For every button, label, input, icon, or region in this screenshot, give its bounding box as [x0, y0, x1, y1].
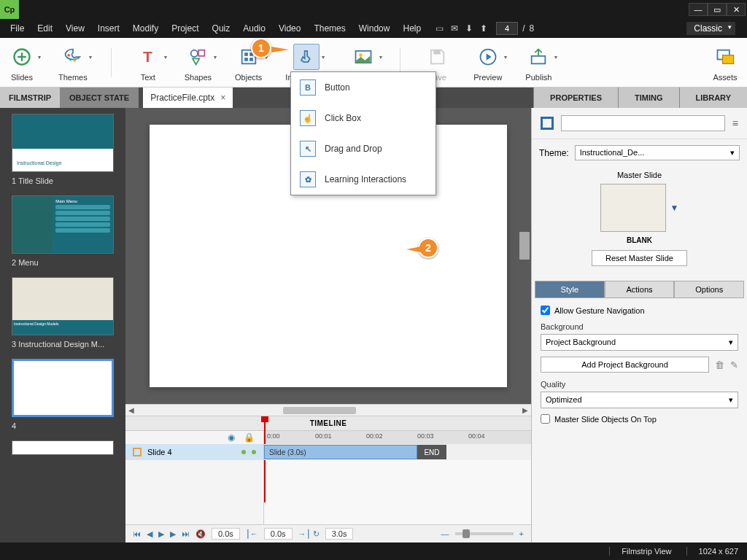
- zoom-out-icon[interactable]: —: [441, 529, 449, 538]
- subtab-actions[interactable]: Actions: [605, 281, 675, 298]
- quality-dropdown[interactable]: Optimized▾: [541, 392, 738, 408]
- gesture-nav-label: Allow Gesture Navigation: [554, 306, 645, 315]
- upload-icon[interactable]: ⬆: [480, 23, 487, 34]
- menu-help[interactable]: Help: [397, 20, 427, 36]
- file-tab[interactable]: PracticeFile.cptx ×: [143, 88, 233, 108]
- mail-icon[interactable]: ✉: [451, 23, 458, 34]
- scrollbar-vertical[interactable]: [519, 232, 530, 260]
- menu-modify[interactable]: Modify: [127, 20, 164, 36]
- ribbon-preview[interactable]: Preview: [473, 44, 502, 82]
- slide-thumb-3[interactable]: Instructional Design Models 3 Instructio…: [4, 277, 121, 349]
- slide-label: 1 Title Slide: [4, 176, 121, 185]
- tab-filmstrip[interactable]: FILMSTRIP: [0, 88, 61, 108]
- menu-window[interactable]: Window: [353, 20, 396, 36]
- slide-thumb-4[interactable]: 4: [4, 359, 121, 430]
- menu-themes[interactable]: Themes: [308, 20, 351, 36]
- ribbon-assets[interactable]: Assets: [712, 44, 738, 82]
- page-current-input[interactable]: [496, 22, 518, 35]
- lock-icon[interactable]: 🔒: [244, 432, 255, 443]
- timeline-track-name[interactable]: Slide 4: [125, 444, 264, 460]
- timeline-last-icon[interactable]: ⏭: [182, 529, 190, 538]
- track-color-icon: [133, 448, 142, 456]
- timeline-time-1: 0.0s: [212, 528, 240, 540]
- timeline-first-icon[interactable]: ⏮: [133, 529, 141, 538]
- tab-timing[interactable]: TIMING: [618, 88, 679, 108]
- ribbon-publish-label: Publish: [525, 73, 551, 82]
- status-view: Filmstrip View: [609, 547, 671, 556]
- panel-menu-icon[interactable]: ≡: [732, 117, 738, 129]
- playhead[interactable]: [264, 418, 266, 502]
- svg-text:T: T: [143, 48, 152, 65]
- interactions-clickbox[interactable]: ☝ Click Box: [291, 103, 436, 133]
- edit-icon[interactable]: ✎: [730, 359, 738, 370]
- window-maximize[interactable]: ▭: [708, 3, 727, 16]
- ribbon-shapes[interactable]: Shapes: [185, 44, 212, 82]
- menu-quiz[interactable]: Quiz: [206, 20, 236, 36]
- background-dropdown[interactable]: Project Background▾: [541, 334, 738, 351]
- timeline-end: END: [417, 445, 446, 459]
- delete-icon[interactable]: 🗑: [715, 359, 724, 370]
- menu-view[interactable]: View: [60, 20, 90, 36]
- ribbon-slides[interactable]: Slides: [9, 44, 35, 82]
- slide-thumb-1[interactable]: Instructional Design 1 Title Slide: [4, 114, 121, 185]
- theme-dropdown[interactable]: Instructional_De...▾: [575, 145, 740, 160]
- timeline-next-icon[interactable]: ▶: [170, 529, 176, 539]
- zoom-slider[interactable]: [462, 529, 470, 538]
- gesture-nav-checkbox[interactable]: [541, 306, 550, 315]
- timeline-sep2-icon: →⎮ ↻: [298, 529, 320, 539]
- subtab-style[interactable]: Style: [535, 281, 605, 298]
- object-name-input[interactable]: [561, 115, 725, 131]
- slide-thumb-5[interactable]: [4, 440, 121, 455]
- svg-rect-22: [723, 55, 734, 63]
- menu-edit[interactable]: Edit: [31, 20, 58, 36]
- menu-project[interactable]: Project: [166, 20, 204, 36]
- ribbon-publish[interactable]: Publish: [525, 44, 551, 82]
- scrollbar-horizontal[interactable]: ◀ ▶: [125, 404, 531, 416]
- workspace-dropdown[interactable]: Classic: [686, 22, 735, 35]
- scroll-right-arrow[interactable]: ▶: [519, 406, 531, 414]
- tab-properties[interactable]: PROPERTIES: [533, 88, 618, 108]
- ribbon-assets-label: Assets: [713, 73, 737, 82]
- interactions-dragdrop[interactable]: ↖ Drag and Drop: [291, 133, 436, 164]
- filmstrip-panel: Instructional Design 1 Title Slide Main …: [0, 108, 125, 542]
- ribbon-text[interactable]: T Text: [135, 44, 161, 82]
- svg-point-7: [191, 50, 198, 56]
- reset-master-button[interactable]: Reset Master Slide: [592, 250, 687, 266]
- timeline-clip[interactable]: Slide (3.0s): [264, 445, 417, 459]
- file-close-icon[interactable]: ×: [220, 93, 225, 103]
- window-close[interactable]: ✕: [727, 3, 746, 16]
- master-slide-preview[interactable]: [600, 184, 666, 232]
- svg-point-4: [69, 58, 72, 61]
- timeline-play-icon[interactable]: ▶: [158, 529, 164, 539]
- timeline-ruler[interactable]: 0:00 00:01 00:02 00:03 00:04: [264, 431, 531, 444]
- master-on-top-label: Master Slide Objects On Top: [554, 415, 657, 424]
- subtab-options[interactable]: Options: [674, 281, 744, 298]
- interactions-learning[interactable]: ✿ Learning Interactions: [291, 164, 436, 195]
- tab-object-state[interactable]: OBJECT STATE: [61, 88, 139, 108]
- zoom-in-icon[interactable]: +: [519, 529, 524, 538]
- menu-video[interactable]: Video: [273, 20, 306, 36]
- timeline-prev-icon[interactable]: ◀: [147, 529, 152, 539]
- notification-icon[interactable]: ▭: [436, 23, 444, 34]
- button-icon: B: [300, 79, 316, 96]
- add-background-button[interactable]: Add Project Background: [541, 357, 709, 373]
- timeline-audio-icon[interactable]: 🔇: [196, 529, 206, 539]
- menu-insert[interactable]: Insert: [92, 20, 125, 36]
- ribbon-shapes-label: Shapes: [185, 73, 212, 82]
- menu-file[interactable]: File: [4, 20, 30, 36]
- slide-thumb-2[interactable]: Main Menu 2 Menu: [4, 195, 121, 267]
- svg-point-16: [359, 53, 363, 57]
- ribbon-themes[interactable]: Themes: [58, 44, 88, 82]
- window-minimize[interactable]: —: [689, 3, 708, 16]
- interactions-button[interactable]: B Button: [291, 72, 436, 103]
- master-on-top-checkbox[interactable]: [541, 414, 550, 424]
- master-slide-arrow-icon[interactable]: ▼: [670, 203, 679, 213]
- background-label: Background: [541, 322, 738, 331]
- menu-audio[interactable]: Audio: [237, 20, 271, 36]
- scroll-left-arrow[interactable]: ◀: [125, 406, 137, 414]
- visibility-icon[interactable]: ◉: [228, 432, 235, 443]
- slide-label: 3 Instructional Design M...: [4, 340, 121, 349]
- download-icon[interactable]: ⬇: [465, 23, 473, 34]
- app-logo: Cp: [0, 0, 19, 19]
- tab-library[interactable]: LIBRARY: [679, 88, 747, 108]
